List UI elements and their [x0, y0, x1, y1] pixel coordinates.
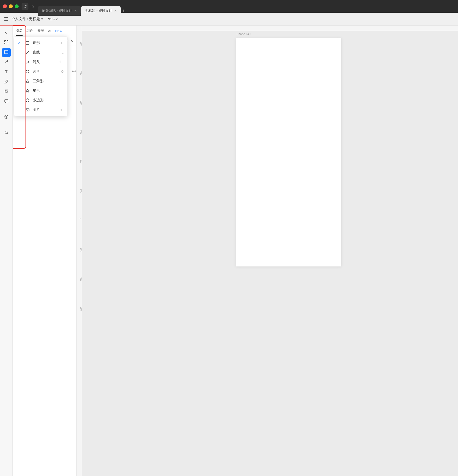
- shape-option-line[interactable]: 直线 L: [14, 48, 67, 57]
- ruler-mark-v: -300: [80, 130, 82, 135]
- minimize-button[interactable]: [9, 4, 13, 8]
- search-tool[interactable]: [2, 129, 11, 137]
- comment-tool[interactable]: [2, 97, 11, 106]
- pointer-icon: ↖: [5, 31, 8, 35]
- shape-label-arrow: 箭头: [33, 60, 57, 64]
- frame-tool[interactable]: [2, 38, 11, 47]
- home-button[interactable]: ⌂: [31, 4, 34, 9]
- ruler-left: -600 -500 -400 -300 -200 -100 0 100 200 …: [76, 26, 82, 476]
- ruler-mark-v: 200: [80, 278, 82, 281]
- ruler-mark-v: 100: [80, 248, 82, 252]
- crop-icon: [4, 89, 9, 95]
- svg-rect-7: [8, 43, 8, 44]
- pointer-tool[interactable]: ↖: [2, 28, 11, 37]
- tab-new[interactable]: New: [55, 29, 62, 33]
- arrow-icon: [25, 60, 30, 64]
- canvas-frame[interactable]: [236, 38, 341, 266]
- shape-option-image[interactable]: 图片 ⇧I: [14, 105, 67, 115]
- reload-button[interactable]: ↺: [22, 3, 28, 10]
- shortcut-line: L: [62, 51, 64, 54]
- triangle-icon: [25, 79, 30, 83]
- ruler-mark-v: -600: [80, 42, 82, 46]
- tab-untitled[interactable]: 无标题 - 即时设计 ✕: [81, 6, 120, 16]
- svg-line-16: [7, 133, 8, 134]
- image-icon: [25, 108, 30, 112]
- close-button[interactable]: [3, 4, 7, 8]
- breadcrumb-arrow-icon[interactable]: ∨: [41, 17, 43, 21]
- svg-rect-4: [4, 40, 5, 42]
- pencil-tool[interactable]: [2, 78, 11, 86]
- menu-button[interactable]: ☰: [4, 16, 8, 22]
- plugin-icon: [4, 115, 9, 120]
- shape-option-arrow[interactable]: 箭头 ⇧L: [14, 57, 67, 67]
- traffic-lights: [3, 4, 19, 8]
- svg-rect-17: [26, 41, 29, 44]
- rectangle-icon: [25, 41, 30, 45]
- shortcut-image: ⇧I: [60, 108, 64, 112]
- pen-icon: [4, 60, 9, 65]
- canvas-area[interactable]: -700 -600 -500 -400 -300 -200 -100 -600 …: [76, 26, 458, 476]
- tab-components[interactable]: 组件: [26, 26, 33, 36]
- shape-label-image: 图片: [33, 107, 57, 112]
- shape-tool[interactable]: [2, 48, 11, 57]
- shape-option-circle[interactable]: 圆形 O: [14, 67, 67, 76]
- shape-label-circle: 圆形: [33, 69, 59, 74]
- text-tool[interactable]: T: [2, 68, 11, 77]
- ruler-mark-v: -200: [80, 160, 82, 164]
- tab-layers[interactable]: 图层: [16, 26, 23, 36]
- ruler-mark-v: 0: [80, 217, 81, 220]
- zoom-control[interactable]: 91% ∨: [48, 17, 58, 21]
- maximize-button[interactable]: [15, 4, 19, 8]
- plugin-tool[interactable]: [2, 113, 11, 122]
- check-icon: ✓: [18, 41, 22, 45]
- zoom-value: 91%: [48, 17, 55, 21]
- panel-tabs: 图层 组件 资源 AI New: [13, 26, 76, 36]
- shortcut-rectangle: R: [61, 41, 64, 45]
- svg-point-15: [5, 131, 7, 133]
- shape-option-polygon[interactable]: 多边形: [14, 95, 67, 105]
- pen-tool[interactable]: [2, 58, 11, 67]
- shape-option-star[interactable]: 星形: [14, 86, 67, 95]
- svg-marker-21: [26, 80, 29, 83]
- tab-close-icon[interactable]: ✕: [74, 9, 77, 13]
- text-icon: T: [5, 70, 7, 75]
- tab-label: 记账薄吧 - 即时设计: [42, 9, 72, 13]
- collapse-icon: ∧∧: [72, 69, 76, 73]
- shape-option-triangle[interactable]: 三角形: [14, 76, 67, 86]
- svg-rect-6: [8, 40, 8, 42]
- search-icon: [4, 130, 9, 136]
- svg-point-20: [26, 70, 29, 73]
- frame-label: iPhone 14 1: [236, 32, 252, 36]
- shape-option-rectangle[interactable]: ✓ 矩形 R: [14, 38, 67, 48]
- polygon-icon: [25, 98, 30, 102]
- svg-marker-22: [26, 89, 29, 92]
- ruler-mark-v: 300: [80, 307, 82, 311]
- svg-line-19: [26, 61, 28, 64]
- breadcrumb-separator: /: [27, 17, 28, 21]
- tab-jizhangbu[interactable]: 记账薄吧 - 即时设计 ✕: [38, 6, 81, 16]
- left-sidebar: ↖: [0, 26, 13, 476]
- svg-rect-8: [5, 50, 8, 54]
- tab-close-icon[interactable]: ✕: [114, 9, 117, 13]
- titlebar: ↺ ⌂ 记账薄吧 - 即时设计 ✕ 无标题 - 即时设计 ✕ +: [0, 0, 458, 13]
- shortcut-arrow: ⇧L: [59, 60, 64, 64]
- tab-resources[interactable]: 资源: [37, 26, 44, 36]
- add-tab-button[interactable]: +: [122, 8, 125, 14]
- crop-tool[interactable]: [2, 87, 11, 96]
- ruler-mark-v: -400: [80, 101, 82, 105]
- shape-label-line: 直线: [33, 50, 59, 55]
- breadcrumb-root: 个人文件: [11, 17, 26, 21]
- panel-area: 图层 组件 资源 AI New 页数：1 + ∧ ∧∧ ✓: [13, 26, 76, 476]
- svg-rect-24: [26, 109, 29, 111]
- shape-dropdown-menu: ✓ 矩形 R 直线 L 箭: [14, 36, 68, 116]
- frame-icon: [4, 40, 9, 46]
- collapse-pages-button[interactable]: ∧: [70, 38, 73, 43]
- svg-rect-11: [5, 90, 7, 92]
- panel-collapse-button[interactable]: ∧∧: [72, 67, 76, 75]
- breadcrumb-current[interactable]: 无标题: [29, 17, 40, 21]
- svg-marker-23: [26, 99, 29, 102]
- comment-icon: [4, 99, 9, 105]
- tabs-area: 记账薄吧 - 即时设计 ✕ 无标题 - 即时设计 ✕ +: [38, 0, 125, 13]
- shape-label-star: 星形: [33, 88, 61, 93]
- tab-ai[interactable]: AI: [48, 29, 51, 33]
